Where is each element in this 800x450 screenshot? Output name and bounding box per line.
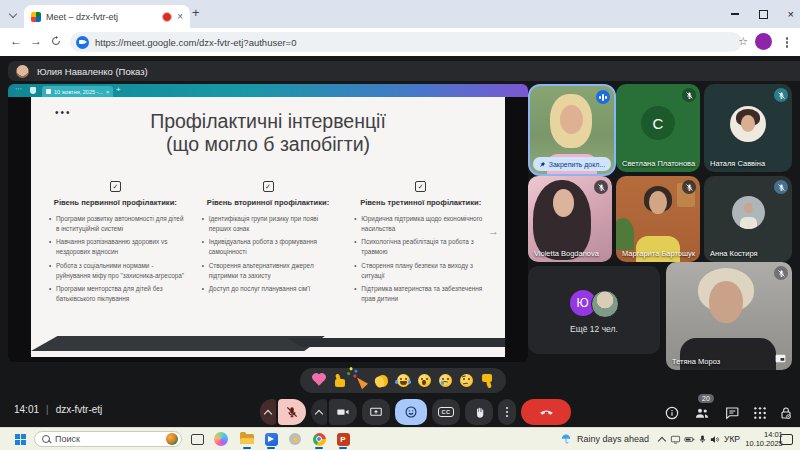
search-highlight-image [166,433,178,445]
task-view-button[interactable] [188,428,206,450]
participant-tile[interactable]: Наталя Саввіна [704,84,792,172]
end-call-button[interactable] [521,399,571,425]
reaction-clap-icon[interactable] [374,373,390,389]
reaction-party-icon[interactable] [353,373,369,389]
tab-title: Meet – dzx-fvtr-etj [46,12,157,22]
forward-button[interactable]: → [30,34,42,48]
divider: | [46,404,49,415]
slide-title-line2: (що могло б запобігти) [31,133,505,156]
bullet: Доступ до послуг планування сім'ї [202,284,339,294]
powerpoint-button[interactable]: P [334,428,352,450]
search-icon [42,435,50,443]
url-bar[interactable]: https://meet.google.com/dzx-fvtr-etj?aut… [70,32,742,52]
participant-tile[interactable]: C Светлана Платонова [616,84,700,172]
chat-icon[interactable] [724,405,740,421]
file-explorer-button[interactable] [238,428,256,450]
weather-widget[interactable]: Rainy days ahead [560,428,649,450]
chrome-button[interactable] [310,428,328,450]
meet-favicon-icon [31,12,41,22]
language-switcher[interactable]: УКР [724,428,740,450]
reaction-thinking-icon[interactable] [458,373,474,389]
bullet: Підтримка материнства та забезпечення пр… [354,284,491,304]
more-options-button[interactable] [498,399,516,425]
reaction-thumbs-down-icon[interactable] [479,373,495,389]
tab-search-icon[interactable] [9,10,17,18]
presenter-banner: Юлия Наваленко (Показ) [8,61,800,81]
participant-tile-speaker[interactable]: Закрепить докл... [528,84,616,176]
window-close-button[interactable]: × [788,8,794,20]
window-maximize-button[interactable] [759,10,768,19]
mic-options-button[interactable] [260,399,276,425]
participant-tile[interactable]: Маргарита Бартошук [616,176,700,262]
bullet: Програми менторства для дітей без батькі… [49,284,186,304]
photo-shape [649,191,667,214]
present-button[interactable] [362,399,390,425]
slide-column-tertiary: ✓ Рівень третинної профілактики: Юридичн… [350,181,491,307]
slide-column-secondary: ✓ Рівень вторинної профілактики: Ідентиф… [198,181,339,307]
window-minimize-button[interactable] [731,13,739,15]
browser-tab[interactable]: Meet – dzx-fvtr-etj × [24,5,190,28]
new-tab-button[interactable]: + [192,5,200,20]
tray-volume-icon[interactable] [709,434,720,445]
participant-name: Наталя Саввіна [710,159,765,168]
shared-new-tab-icon: + [116,85,121,94]
copilot-button[interactable] [212,428,230,450]
umbrella-icon [560,433,572,445]
mic-off-icon [594,180,608,194]
tray-expand-icon[interactable] [656,428,668,450]
bullet: Індивідуальна робота з формування самоці… [202,237,339,257]
tray-monitor-icon[interactable] [670,434,681,445]
bookmark-star-icon[interactable]: ☆ [738,35,748,48]
url-text: https://meet.google.com/dzx-fvtr-etj?aut… [95,37,296,48]
bullet: Психологічна реабілітація та робота з тр… [354,237,491,257]
meeting-details-icon[interactable] [664,405,680,421]
pin-presenter-label: Закрепить докл... [549,161,606,168]
reactions-button[interactable] [395,399,427,425]
avatar [591,290,619,318]
reload-button[interactable] [50,35,62,47]
participant-count-badge: 20 [698,394,714,403]
minimize-tile-icon[interactable] [774,352,787,365]
participant-name: Тетяна Мороз [672,357,720,366]
camera-button[interactable] [329,399,357,425]
captions-button[interactable]: CC [432,399,460,425]
taskbar: Поиск P Rainy days ahead УКР 14:01 10.10… [0,427,800,450]
taskbar-search[interactable]: Поиск [34,431,182,447]
participant-name: Анна Костиря [710,249,758,258]
reaction-cry-icon[interactable] [437,373,453,389]
avatar-stack: Ю [528,290,660,318]
meeting-time: 14:01 [14,404,39,415]
participant-tile[interactable]: Анна Костиря [704,176,792,262]
notification-center-button[interactable] [778,428,794,450]
tab-close-icon[interactable]: × [177,11,183,22]
back-button[interactable]: ← [10,34,22,48]
checkbox-icon: ✓ [263,181,274,192]
photo-shape [553,189,574,217]
reaction-surprised-icon[interactable] [416,373,432,389]
shield-icon [30,87,36,94]
tray-mic-icon[interactable] [697,434,708,445]
activities-icon[interactable] [752,405,768,421]
browser-menu-icon[interactable] [786,41,789,44]
participant-tile[interactable]: Violetta Bogdanova [528,176,612,262]
pin-presenter-button[interactable]: Закрепить докл... [533,157,611,171]
participants-icon[interactable] [694,405,710,421]
next-slide-arrow[interactable]: → [488,225,499,237]
camera-options-button[interactable] [311,399,327,425]
tray-battery-icon[interactable] [684,434,695,445]
photo-shape [616,218,634,250]
reaction-laugh-icon[interactable] [395,373,411,389]
mic-button[interactable] [278,399,306,425]
participant-tile[interactable]: Тетяна Мороз [666,262,792,370]
reaction-heart-icon[interactable] [311,373,327,389]
raise-hand-button[interactable] [465,399,493,425]
photo-shape [709,281,743,323]
reaction-thumbs-up-icon[interactable] [332,373,348,389]
host-controls-icon[interactable] [778,405,794,421]
app-icon-blue[interactable] [262,428,280,450]
app-icon-tray[interactable] [286,428,304,450]
browser-profile-avatar[interactable] [755,33,772,50]
pin-icon [539,161,546,168]
overflow-participants-tile[interactable]: Ю Ещё 12 чел. [528,266,660,354]
start-button[interactable] [10,428,30,450]
